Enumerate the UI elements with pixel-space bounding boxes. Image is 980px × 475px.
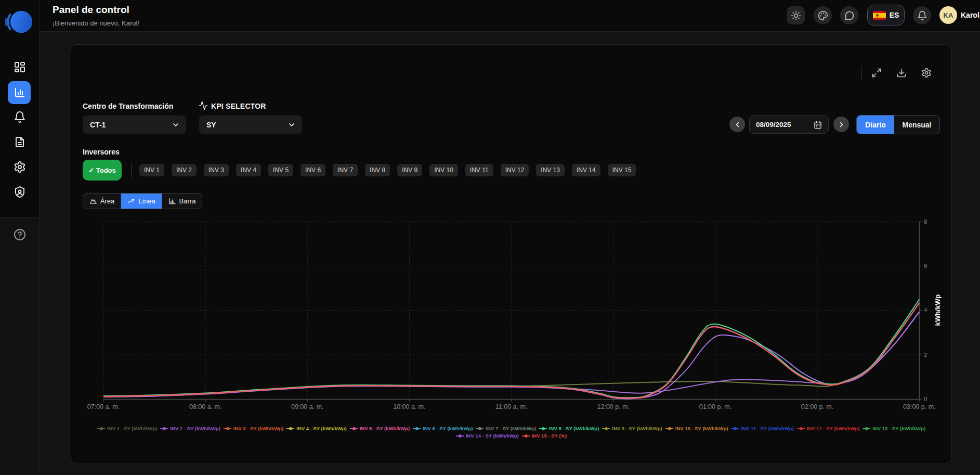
svg-text:08:00 a. m.: 08:00 a. m.: [189, 403, 222, 410]
svg-text:09:00 a. m.: 09:00 a. m.: [291, 403, 324, 410]
svg-text:11:00 a. m.: 11:00 a. m.: [495, 403, 528, 410]
svg-text:02:00 p. m.: 02:00 p. m.: [801, 403, 834, 410]
svg-text:0: 0: [924, 396, 927, 402]
svg-text:01:00 p. m.: 01:00 p. m.: [699, 403, 732, 410]
svg-text:10:00 a. m.: 10:00 a. m.: [393, 403, 426, 410]
svg-text:8: 8: [924, 219, 927, 225]
svg-text:kWh/kWp: kWh/kWp: [934, 294, 942, 326]
svg-text:4: 4: [924, 307, 927, 313]
svg-text:6: 6: [924, 263, 927, 269]
svg-text:07:00 a. m.: 07:00 a. m.: [87, 403, 120, 410]
svg-text:2: 2: [924, 352, 927, 358]
svg-text:03:00 p. m.: 03:00 p. m.: [903, 403, 936, 410]
svg-text:12:00 p. m.: 12:00 p. m.: [597, 403, 630, 410]
